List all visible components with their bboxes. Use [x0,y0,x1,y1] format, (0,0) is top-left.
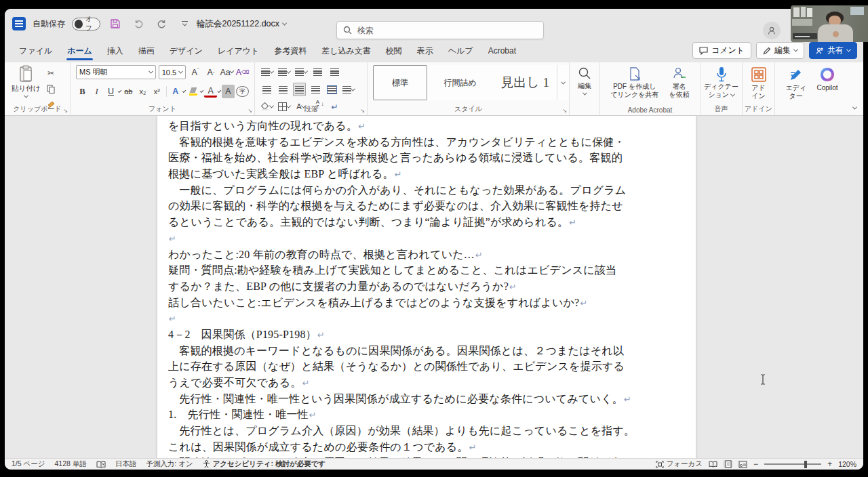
clipboard-dialog-launcher[interactable]: ↘ [63,108,68,114]
search-box[interactable] [336,21,544,39]
increase-indent-button[interactable] [328,65,341,79]
highlight-button[interactable] [186,85,199,98]
bullets-button[interactable] [260,65,273,79]
proofing-status[interactable] [96,461,106,468]
focus-mode-button[interactable]: フォーカス [656,459,703,469]
zoom-level[interactable]: 120% [838,460,856,468]
numbering-button[interactable] [277,65,290,79]
doc-line[interactable]: 疑問・質問点:勘や経験を積み上げて実践知としてまとめること、これはエビデンスに該… [168,262,628,278]
font-dialog-launcher[interactable]: ↘ [248,108,252,114]
account-avatar[interactable] [763,22,781,39]
align-right-button[interactable] [309,83,322,96]
word-count[interactable]: 4128 単語 [55,459,87,469]
styles-gallery-more-button[interactable] [557,65,569,100]
undo-button[interactable] [130,16,146,32]
tab-home[interactable]: ホーム [60,39,100,62]
customize-quick-access-button[interactable] [176,16,193,32]
doc-line[interactable]: 4－2 因果関係（P195-P198）↵ [168,327,628,343]
doc-line[interactable]: 客観的根拠を意味するエビデンスを求める方向性は、アカウンタビリティとともに保健・ [168,134,628,150]
doc-line[interactable]: ↵ [168,230,628,247]
character-shading-button[interactable]: A [222,85,235,98]
tab-draw[interactable]: 描画 [131,39,162,62]
editor-button[interactable]: エディ ター [785,66,806,100]
style-no-spacing[interactable]: 行間詰め [427,65,493,100]
doc-line[interactable]: 上に存在する原因（なぜ）と結果（そうなるか）との関係性であり、エビデンスを提示す… [168,358,628,375]
document-title[interactable]: 輪読会20251122.docx [197,18,286,30]
page-indicator[interactable]: 1/5 ページ [12,459,45,469]
read-mode-button[interactable] [709,460,717,468]
doc-line[interactable]: 根拠に基づいた実践全般は EBP と呼ばれる。↵ [168,166,628,182]
editing-group-button[interactable]: 編集 [578,81,591,91]
text-prediction-indicator[interactable]: 予測入力: オン [146,459,193,469]
change-case-button[interactable]: Aa [220,66,233,79]
accessibility-status[interactable]: アクセシビリティ: 検討が必要です [203,459,326,469]
style-heading1[interactable]: 見出し 1 [493,65,557,100]
web-layout-button[interactable] [738,460,747,468]
language-indicator[interactable]: 日本語 [115,459,137,469]
doc-line[interactable]: るということである。主観的ではない判断、つまり“論より証拠”が求められる。↵ [168,214,628,230]
redo-button[interactable] [153,16,170,32]
styles-dialog-launcher[interactable]: ↘ [562,108,567,114]
doc-line[interactable]: 医療・福祉を始め、社会科学や政策科学根拠と言ったあらゆる領域に浸透している。客観… [168,150,628,166]
font-color-button[interactable]: A [204,86,217,98]
tab-mailings[interactable]: 差し込み文書 [314,39,378,62]
multilevel-list-button[interactable] [294,65,307,79]
doc-line[interactable]: うえで必要不可欠である。↵ [168,375,628,391]
share-button[interactable]: 共有 [809,42,857,59]
strikethrough-button[interactable]: ab [122,85,135,98]
zoom-out-button[interactable]: − [753,459,758,469]
tab-help[interactable]: ヘルプ [441,39,481,62]
zoom-in-button[interactable]: + [827,459,832,469]
superscript-button[interactable]: x² [151,85,163,98]
save-button[interactable] [107,16,123,32]
tab-insert[interactable]: 挿入 [100,39,131,62]
line-spacing-button[interactable] [342,83,355,96]
dictation-button[interactable]: ディクテー ション [704,83,738,99]
search-input[interactable] [357,26,527,35]
copy-button[interactable] [45,82,58,96]
doc-line[interactable]: を目指すという方向性の現れである。↵ [168,118,628,134]
collapse-ribbon-button[interactable] [853,100,856,112]
shrink-font-button[interactable]: Aˇ [204,66,217,79]
doc-line[interactable]: わかったこと:20 年前の教育の時点で、根拠と言われていた…↵ [168,247,628,263]
tab-view[interactable]: 表示 [410,39,441,62]
style-normal[interactable]: 標準 [373,65,427,100]
doc-line[interactable]: 一般に、プログラムには何らかの介入があり、それにともなった効果がある。プログラム [168,182,628,199]
doc-line[interactable]: これは、因果関係が成立するための必要条件の１つである。↵ [168,439,628,455]
enclose-characters-button[interactable]: 字 [236,86,249,97]
distribute-button[interactable] [326,83,338,96]
autosave-toggle[interactable]: オフ [72,18,100,30]
bold-button[interactable]: B [76,85,89,98]
addins-button[interactable]: アド イン [751,84,765,100]
grow-font-button[interactable]: Aˆ [189,66,201,79]
paragraph-dialog-launcher[interactable]: ↘ [360,108,365,114]
subscript-button[interactable]: x₂ [136,85,149,98]
doc-line[interactable]: ↵ [168,310,628,327]
align-center-button[interactable] [277,83,290,96]
text-effects-button[interactable]: A [169,85,182,98]
tab-file[interactable]: ファイル [12,39,60,62]
italic-button[interactable]: I [90,85,103,98]
justify-button[interactable] [293,83,306,96]
copilot-button[interactable]: Copilot [816,66,837,100]
doc-line[interactable]: 先行性とは、プログラム介入（原因）が効果（結果）よりも先に起こっていることを指す… [168,423,628,439]
clear-formatting-button[interactable]: A⌫ [236,66,249,79]
decrease-indent-button[interactable] [311,65,324,79]
print-layout-button[interactable] [724,460,732,468]
tab-layout[interactable]: レイアウト [210,39,267,62]
doc-line[interactable]: 先行性・関連性・唯一性という因果関係が成立するために必要な条件についてみていく。… [168,391,628,407]
tab-acrobat[interactable]: Acrobat [481,39,524,62]
tab-references[interactable]: 参考資料 [267,39,314,62]
doc-line[interactable]: 1. 先行性・関連性・唯一性↵ [168,407,628,423]
request-signature-button[interactable]: 署名 を依頼 [669,66,690,99]
create-pdf-share-link-button[interactable]: PDF を作成し てリンクを共有 [610,66,658,99]
comments-button[interactable]: コメント [692,42,751,59]
cut-button[interactable]: ✂ [45,66,58,80]
zoom-slider-handle[interactable] [804,461,807,468]
tab-design[interactable]: デザイン [162,39,210,62]
doc-line[interactable]: 話し合いたいこと:エビデンスを積み上げるまではどのような支援をすればよいか?↵ [168,295,628,311]
font-name-combo[interactable]: MS 明朝 [76,65,156,79]
underline-button[interactable]: U [104,85,117,98]
font-size-combo[interactable]: 10.5 [159,65,186,79]
doc-line[interactable]: 客観的根拠のキーワードとなるものに因果関係がある。因果関係とは、２つまたはそれ以 [168,343,628,359]
